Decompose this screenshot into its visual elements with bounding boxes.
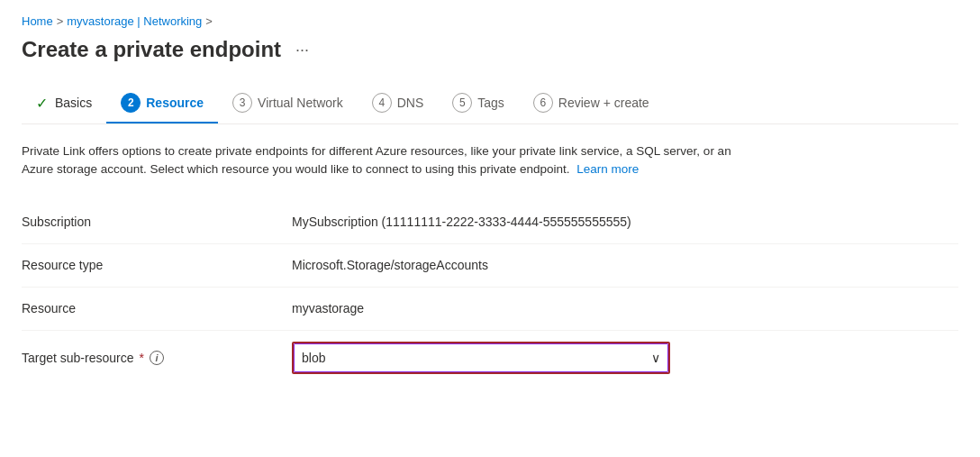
info-icon[interactable]: i bbox=[150, 351, 164, 365]
tab-dns[interactable]: 4 DNS bbox=[358, 84, 439, 123]
required-star: * bbox=[140, 351, 144, 365]
learn-more-link[interactable]: Learn more bbox=[576, 162, 639, 176]
dropdown-current-value: blob bbox=[295, 351, 644, 365]
tab-basics-label: Basics bbox=[55, 96, 92, 110]
tab-tags-label: Tags bbox=[477, 96, 504, 110]
dropdown-outer-border: blob ∨ bbox=[292, 342, 670, 374]
description-text: Private Link offers options to create pr… bbox=[22, 142, 760, 179]
tab-resource-step: 2 bbox=[121, 93, 141, 113]
tab-dns-label: DNS bbox=[397, 96, 424, 110]
dropdown-inner-border: blob ∨ bbox=[294, 343, 668, 372]
breadcrumb-home[interactable]: Home bbox=[22, 14, 53, 28]
form-section: Subscription MySubscription (11111111-22… bbox=[22, 201, 958, 385]
dropdown-arrow-button[interactable]: ∨ bbox=[644, 347, 667, 369]
target-sub-resource-label: Target sub-resource * i bbox=[22, 351, 292, 365]
breadcrumb-sep2: > bbox=[205, 14, 213, 28]
tab-resource-label: Resource bbox=[146, 96, 204, 110]
tab-review-create-step: 6 bbox=[533, 93, 553, 113]
resource-type-row: Resource type Microsoft.Storage/storageA… bbox=[22, 244, 958, 288]
tab-tags-step: 5 bbox=[452, 93, 472, 113]
resource-label: Resource bbox=[22, 301, 292, 315]
target-sub-resource-row: Target sub-resource * i blob ∨ bbox=[22, 331, 958, 385]
check-icon: ✓ bbox=[36, 95, 48, 112]
tab-review-create-label: Review + create bbox=[558, 96, 649, 110]
breadcrumb-sep1: > bbox=[57, 14, 64, 28]
breadcrumb-myvastorage[interactable]: myvastorage | Networking bbox=[67, 14, 202, 28]
resource-type-label: Resource type bbox=[22, 258, 292, 272]
tab-resource[interactable]: 2 Resource bbox=[106, 84, 218, 123]
target-label-text: Target sub-resource bbox=[22, 351, 134, 365]
tab-virtual-network-label: Virtual Network bbox=[258, 96, 343, 110]
subscription-value: MySubscription (11111111-2222-3333-4444-… bbox=[292, 215, 958, 229]
resource-type-value: Microsoft.Storage/storageAccounts bbox=[292, 258, 958, 272]
resource-row: Resource myvastorage bbox=[22, 288, 958, 331]
resource-value: myvastorage bbox=[292, 301, 958, 315]
tab-basics[interactable]: ✓ Basics bbox=[22, 86, 106, 123]
ellipsis-button[interactable]: ··· bbox=[290, 39, 314, 61]
tab-tags[interactable]: 5 Tags bbox=[438, 84, 519, 123]
breadcrumb: Home > myvastorage | Networking > bbox=[22, 14, 958, 28]
tab-dns-step: 4 bbox=[372, 93, 392, 113]
page-title-row: Create a private endpoint ··· bbox=[22, 37, 958, 62]
tab-review-create[interactable]: 6 Review + create bbox=[519, 84, 664, 123]
tab-virtual-network[interactable]: 3 Virtual Network bbox=[218, 84, 358, 123]
tabs-container: ✓ Basics 2 Resource 3 Virtual Network 4 … bbox=[22, 84, 958, 124]
target-sub-resource-dropdown-container: blob ∨ bbox=[292, 342, 670, 374]
page-title: Create a private endpoint bbox=[22, 37, 281, 62]
subscription-row: Subscription MySubscription (11111111-22… bbox=[22, 201, 958, 244]
subscription-label: Subscription bbox=[22, 215, 292, 229]
tab-virtual-network-step: 3 bbox=[232, 93, 252, 113]
